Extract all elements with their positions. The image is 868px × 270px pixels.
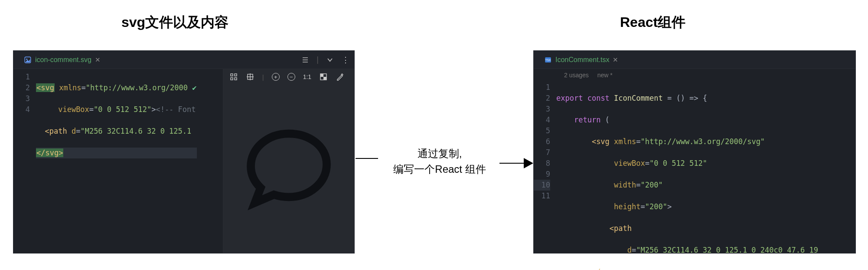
comment-icon bbox=[245, 125, 332, 212]
arrow-right-segment bbox=[499, 158, 533, 168]
select-icon[interactable] bbox=[229, 72, 238, 81]
svg-rect-3 bbox=[235, 74, 237, 76]
left-code[interactable]: <svg xmlns="http://www.w3.org/2000 ✔ vie… bbox=[36, 69, 197, 183]
left-tabbar-actions: | ⋮ bbox=[301, 55, 350, 64]
left-tab-filename: icon-comment.svg bbox=[35, 56, 91, 64]
svg-point-1 bbox=[26, 59, 27, 60]
zoom-in-icon[interactable]: + bbox=[272, 73, 280, 81]
tsx-file-icon: TSX bbox=[544, 56, 552, 64]
svg-rect-9 bbox=[323, 77, 326, 80]
divider-icon: | bbox=[262, 73, 264, 81]
usages-hint[interactable]: 2 usages bbox=[564, 72, 589, 79]
svg-rect-8 bbox=[320, 74, 323, 77]
svg-text:TSX: TSX bbox=[545, 59, 551, 62]
more-icon[interactable]: ⋮ bbox=[341, 56, 350, 64]
preview-toolbar: | + − 1:1 bbox=[223, 69, 354, 85]
zoom-out-icon[interactable]: − bbox=[287, 73, 295, 81]
edit-icon[interactable] bbox=[336, 72, 344, 81]
chevron-down-icon[interactable] bbox=[326, 56, 334, 64]
left-tab[interactable]: icon-comment.svg ✕ bbox=[18, 51, 107, 69]
svg-rect-5 bbox=[235, 78, 237, 80]
svg-rect-2 bbox=[231, 74, 233, 76]
preview-body bbox=[223, 85, 354, 253]
right-tab-filename: IconComment.tsx bbox=[555, 56, 609, 64]
new-hint[interactable]: new * bbox=[597, 72, 613, 79]
grid-icon[interactable] bbox=[246, 72, 255, 81]
svg-preview-pane: | + − 1:1 bbox=[223, 69, 354, 253]
close-icon[interactable]: ✕ bbox=[613, 56, 618, 64]
code-hints: 2 usages new * bbox=[534, 69, 855, 79]
checker-icon[interactable] bbox=[319, 72, 328, 81]
close-icon[interactable]: ✕ bbox=[95, 56, 101, 64]
list-icon[interactable] bbox=[301, 56, 310, 64]
svg-file-icon bbox=[24, 56, 32, 64]
right-gutter: 1 2 3 4 5 6 7 8 9 10 11 bbox=[534, 79, 556, 270]
zoom-ratio[interactable]: 1:1 bbox=[303, 73, 311, 80]
left-title: svg文件以及内容 bbox=[121, 13, 228, 32]
arrow-head-icon bbox=[524, 158, 533, 168]
arrow-left-segment bbox=[356, 158, 378, 159]
arrow-caption: 通过复制, 编写一个React 组件 bbox=[375, 146, 505, 177]
right-editor: TSX IconComment.tsx ✕ 2 usages new * 1 2… bbox=[533, 50, 856, 254]
right-tabbar: TSX IconComment.tsx ✕ bbox=[534, 51, 855, 69]
check-icon: ✔ bbox=[192, 83, 196, 92]
left-editor: icon-comment.svg ✕ | ⋮ 1 2 3 4 <svg xmln… bbox=[13, 50, 355, 254]
left-gutter: 1 2 3 4 bbox=[13, 69, 36, 183]
right-tab[interactable]: TSX IconComment.tsx ✕ bbox=[538, 51, 624, 69]
divider-icon: | bbox=[317, 55, 319, 64]
svg-rect-4 bbox=[231, 78, 233, 80]
right-code[interactable]: export const IconComment = () => { retur… bbox=[556, 79, 818, 270]
left-tabbar: icon-comment.svg ✕ | ⋮ bbox=[13, 51, 354, 69]
left-code-pane: 1 2 3 4 <svg xmlns="http://www.w3.org/20… bbox=[13, 69, 223, 253]
right-title: React组件 bbox=[620, 13, 685, 32]
